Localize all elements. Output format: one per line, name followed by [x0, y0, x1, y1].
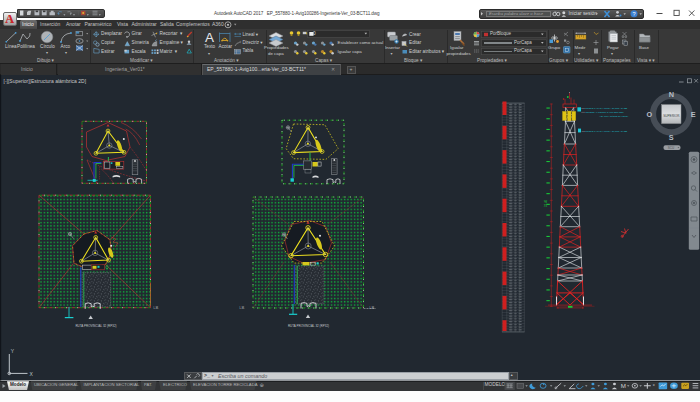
svg-text:SCU: SCU: [668, 146, 674, 150]
svg-text:A: A: [5, 12, 14, 26]
svg-text:M: M: [620, 383, 625, 388]
svg-text:S: S: [669, 133, 674, 142]
svg-text:RUTA PROVINCIAL 32 (RP32): RUTA PROVINCIAL 32 (RP32): [288, 324, 329, 328]
svg-text:32.40: 32.40: [544, 200, 548, 207]
svg-text:RRU3936: (4 Paneles) (1.40x0.3: RRU3936: (4 Paneles) (1.40x0.35x0.15m): [586, 111, 625, 113]
svg-text:RUTA PROVINCIAL 32 (RP32): RUTA PROVINCIAL 32 (RP32): [75, 324, 116, 328]
svg-text:?: ?: [632, 11, 635, 17]
svg-text:°: °: [652, 383, 654, 388]
svg-text:L.M.: L.M.: [370, 306, 375, 310]
svg-text:E: E: [691, 110, 696, 119]
svg-text:L.M.: L.M.: [240, 306, 245, 310]
svg-text:+ Ex. MW y antenas RF (varios): + Ex. MW y antenas RF (varios): [599, 115, 628, 117]
svg-text:L.M.: L.M.: [154, 306, 159, 310]
svg-text:[-][Superior][Estructura alámb: [-][Superior][Estructura alámbrica 2D]: [4, 78, 87, 84]
svg-text:A: A: [205, 30, 214, 45]
svg-text:O: O: [647, 110, 653, 119]
svg-text:SUPERIOR: SUPERIOR: [663, 114, 680, 118]
svg-text:N: N: [669, 90, 674, 99]
